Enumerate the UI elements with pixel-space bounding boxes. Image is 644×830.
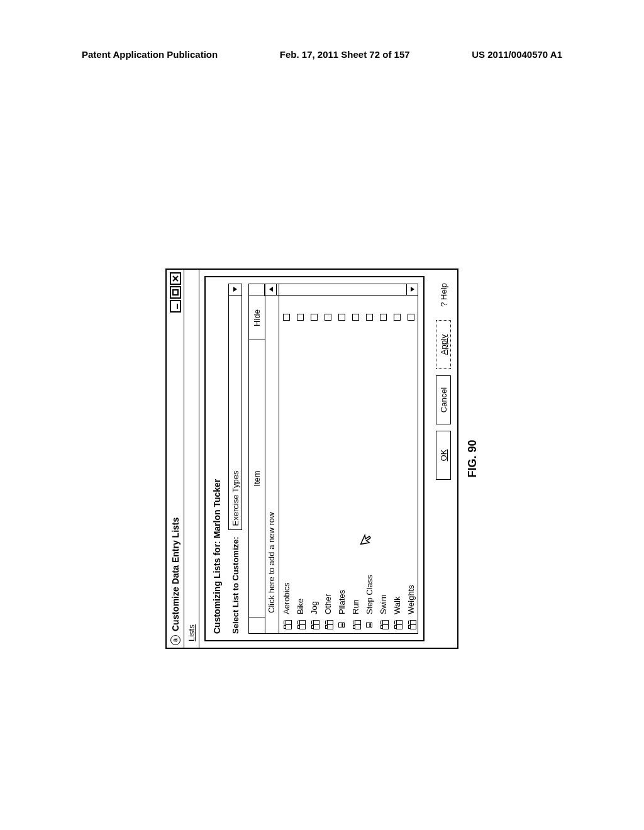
panel-title: Customizing Lists for: Marlon Tucker xyxy=(212,284,222,634)
row-item-label: Pilates xyxy=(337,340,347,617)
hide-checkbox[interactable] xyxy=(338,296,345,340)
table-row[interactable]: Pilates xyxy=(335,284,348,633)
new-row[interactable]: Click here to add a new row xyxy=(265,284,279,633)
select-label: Select List to Customize: xyxy=(231,536,240,634)
vertical-scrollbar[interactable] xyxy=(265,284,418,296)
chevron-down-icon xyxy=(229,284,242,296)
cancel-button[interactable]: Cancel xyxy=(436,375,451,424)
grid-body: Click here to add a new row AerobicsBike… xyxy=(265,284,418,633)
content-area: Customizing Lists for: Marlon Tucker Sel… xyxy=(199,270,430,648)
row-item-label: Other xyxy=(323,340,333,617)
row-item-label: Step Class xyxy=(365,340,374,617)
ok-button[interactable]: OK xyxy=(436,431,451,480)
close-button[interactable] xyxy=(170,272,181,285)
row-item-label: Run xyxy=(351,340,360,617)
apply-button[interactable]: Apply xyxy=(436,320,451,369)
hide-checkbox[interactable] xyxy=(325,296,331,340)
app-icon: a xyxy=(170,635,180,645)
maximize-button[interactable] xyxy=(170,286,181,299)
menu-lists[interactable]: Lists xyxy=(187,624,196,641)
select-row: Select List to Customize: Exercise Types xyxy=(228,284,242,634)
row-item-label: Bike xyxy=(296,340,305,617)
grid-header: Item Hide xyxy=(249,284,265,633)
col-icon xyxy=(249,617,265,633)
svg-rect-1 xyxy=(173,290,178,295)
row-item-label: Walk xyxy=(392,340,402,617)
figure-wrap: a Customize Data Entry Lists Lists Custo… xyxy=(165,268,479,649)
scroll-up-button[interactable] xyxy=(265,284,277,295)
window-controls xyxy=(170,272,181,313)
hide-checkbox[interactable] xyxy=(366,296,373,340)
hide-checkbox[interactable] xyxy=(394,296,401,340)
hide-checkbox[interactable] xyxy=(283,296,290,340)
col-item: Item xyxy=(249,340,265,617)
titlebar: a Customize Data Entry Lists xyxy=(167,270,184,648)
row-icon-double xyxy=(394,617,399,633)
table-row[interactable]: Other xyxy=(321,284,335,633)
table-row[interactable]: Run xyxy=(348,284,362,633)
header-right: US 2011/0040570 A1 xyxy=(472,49,562,60)
table-row[interactable]: Step Class xyxy=(362,284,376,633)
window-title: Customize Data Entry Lists xyxy=(170,316,180,631)
row-item-label: Swim xyxy=(379,340,388,617)
menubar: Lists xyxy=(184,270,199,648)
hide-checkbox[interactable] xyxy=(311,296,318,340)
page-header: Patent Application Publication Feb. 17, … xyxy=(0,49,644,60)
header-center: Feb. 17, 2011 Sheet 72 of 157 xyxy=(280,49,410,60)
table-row[interactable]: Jog xyxy=(307,284,321,633)
header-left: Patent Application Publication xyxy=(82,49,218,60)
items-grid: Item Hide Click here to add a new row Ae… xyxy=(248,284,418,634)
col-hide: Hide xyxy=(249,296,265,340)
row-icon-single xyxy=(366,617,372,633)
dialog-window: a Customize Data Entry Lists Lists Custo… xyxy=(165,268,458,649)
row-icon-double xyxy=(311,617,316,633)
row-icon-single xyxy=(338,617,345,633)
figure-label: FIG. 90 xyxy=(466,268,479,649)
row-icon-double xyxy=(380,617,386,633)
row-icon-double xyxy=(297,617,303,633)
table-row[interactable]: Walk xyxy=(390,284,404,633)
hide-checkbox[interactable] xyxy=(297,296,304,340)
hide-checkbox[interactable] xyxy=(352,296,359,340)
hide-checkbox[interactable] xyxy=(408,296,414,340)
minimize-button[interactable] xyxy=(170,300,181,313)
list-select[interactable]: Exercise Types xyxy=(228,284,242,530)
hide-checkbox[interactable] xyxy=(380,296,387,340)
help-button[interactable]: ? Help xyxy=(436,276,451,314)
row-icon-double xyxy=(408,617,413,633)
row-icon-double xyxy=(353,617,358,633)
table-row[interactable]: Bike xyxy=(293,284,307,633)
table-row[interactable]: Aerobics xyxy=(279,284,293,633)
row-item-label: Jog xyxy=(309,340,319,617)
list-select-value: Exercise Types xyxy=(229,296,242,529)
scroll-down-button[interactable] xyxy=(406,284,418,295)
customize-panel: Customizing Lists for: Marlon Tucker Sel… xyxy=(204,276,425,641)
row-icon-double xyxy=(284,617,289,633)
table-row[interactable]: Weights xyxy=(404,284,418,633)
button-row: OK Cancel Apply ? Help xyxy=(430,270,457,648)
row-item-label: Aerobics xyxy=(282,340,291,617)
table-row[interactable]: Swim xyxy=(376,284,390,633)
scroll-track[interactable] xyxy=(277,284,406,295)
row-icon-double xyxy=(325,617,330,633)
new-row-text: Click here to add a new row xyxy=(265,328,279,617)
scroll-corner xyxy=(249,284,265,296)
row-item-label: Weights xyxy=(406,340,416,617)
